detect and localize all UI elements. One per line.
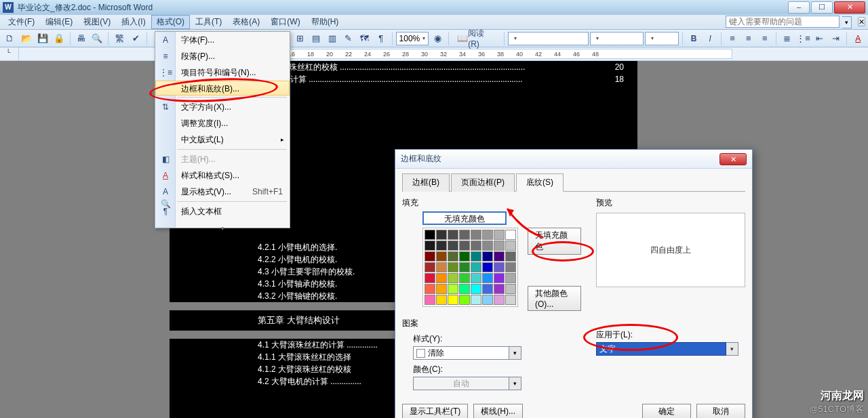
help-icon[interactable]: ◉ — [430, 31, 445, 46]
docmap-icon[interactable]: 🗺 — [357, 31, 372, 46]
color-swatch[interactable] — [448, 295, 458, 305]
window-maximize-button[interactable]: ☐ — [811, 1, 833, 14]
menu-item-text-direction[interactable]: ⇅文字方向(X)... — [155, 99, 290, 115]
window-minimize-button[interactable]: – — [788, 1, 810, 14]
tab-page-border[interactable]: 页面边框(P) — [451, 173, 515, 192]
outdent-icon[interactable]: ⇤ — [812, 31, 827, 46]
color-swatch[interactable] — [425, 262, 435, 272]
color-swatch[interactable] — [425, 284, 435, 294]
help-search-dropdown[interactable]: ▾ — [842, 16, 852, 28]
menu-item-bullets[interactable]: ⋮≡项目符号和编号(N)... — [155, 64, 290, 81]
doc-close-button[interactable]: ✕ — [858, 17, 865, 26]
color-swatch[interactable] — [505, 241, 516, 251]
color-swatch[interactable] — [471, 295, 481, 305]
more-colors-button[interactable]: 其他颜色(O)... — [528, 286, 581, 311]
menu-format[interactable]: 格式(O) — [151, 15, 190, 29]
help-search-input[interactable] — [726, 16, 840, 28]
menu-help[interactable]: 帮助(H) — [306, 15, 344, 29]
color-swatch[interactable] — [471, 262, 481, 272]
font-color-icon[interactable]: A — [850, 31, 865, 46]
color-swatch[interactable] — [448, 251, 458, 262]
color-swatch[interactable] — [482, 273, 493, 283]
show-marks-icon[interactable]: ¶ — [374, 31, 389, 46]
numbered-list-icon[interactable]: ≣ — [780, 31, 795, 46]
menu-file[interactable]: 文件(F) — [3, 15, 40, 29]
color-swatch[interactable] — [425, 273, 435, 283]
ok-button[interactable]: 确定 — [642, 404, 691, 418]
menu-item-paragraph[interactable]: ≡段落(P)... — [155, 48, 290, 64]
color-swatch[interactable] — [494, 262, 505, 272]
bullet-list-icon[interactable]: ⋮≡ — [796, 31, 811, 46]
color-swatch[interactable] — [425, 230, 435, 240]
color-swatch[interactable] — [494, 273, 505, 283]
color-swatch[interactable] — [471, 273, 481, 283]
font-combo[interactable]: ▾ — [590, 32, 644, 45]
menu-item-theme[interactable]: ◧主题(H)... — [155, 151, 290, 167]
align-left-icon[interactable]: ≡ — [725, 31, 740, 46]
menu-item-cjk-layout[interactable]: 中文版式(L)▸ — [155, 131, 290, 148]
dialog-close-button[interactable]: ✕ — [719, 153, 747, 165]
insert-sheet-icon[interactable]: ▤ — [309, 31, 323, 46]
color-swatch[interactable] — [505, 251, 516, 262]
color-swatch[interactable] — [482, 230, 493, 240]
color-swatch[interactable] — [459, 284, 470, 294]
color-swatch[interactable] — [425, 251, 435, 262]
color-swatch[interactable] — [494, 295, 505, 305]
color-swatch[interactable] — [459, 273, 470, 283]
pattern-style-combo[interactable]: 清除▾ — [413, 346, 521, 360]
color-swatch[interactable] — [471, 241, 481, 251]
color-swatch[interactable] — [448, 230, 458, 240]
color-swatch[interactable] — [482, 295, 493, 305]
color-swatch[interactable] — [436, 251, 447, 262]
color-palette[interactable] — [422, 228, 518, 307]
color-swatch[interactable] — [448, 273, 458, 283]
menu-item-styles[interactable]: A样式和格式(S)... — [155, 167, 290, 184]
color-swatch[interactable] — [482, 262, 493, 272]
cancel-button[interactable]: 取消 — [696, 404, 745, 418]
color-swatch[interactable] — [459, 230, 470, 240]
color-swatch[interactable] — [494, 230, 505, 240]
no-fill-selected[interactable]: 无填充颜色 — [422, 211, 507, 225]
color-swatch[interactable] — [471, 251, 481, 262]
color-swatch[interactable] — [459, 295, 470, 305]
color-swatch[interactable] — [494, 241, 505, 251]
color-swatch[interactable] — [436, 284, 447, 294]
italic-icon[interactable]: I — [703, 31, 717, 46]
menu-table[interactable]: 表格(A) — [227, 15, 265, 29]
color-swatch[interactable] — [436, 273, 447, 283]
menu-expand-chevron[interactable]: ▾ — [155, 220, 290, 228]
color-swatch[interactable] — [459, 262, 470, 272]
color-swatch[interactable] — [436, 241, 447, 251]
menu-view[interactable]: 视图(V) — [78, 15, 116, 29]
color-swatch[interactable] — [494, 251, 505, 262]
menu-tools[interactable]: 工具(T) — [190, 15, 227, 29]
menu-item-borders-shading[interactable]: 边框和底纹(B)... — [155, 81, 290, 96]
menu-window[interactable]: 窗口(W) — [265, 15, 305, 29]
menu-edit[interactable]: 编辑(E) — [40, 15, 78, 29]
menu-insert[interactable]: 插入(I) — [116, 15, 151, 29]
align-center-icon[interactable]: ≡ — [741, 31, 756, 46]
menu-item-font[interactable]: A字体(F)... — [155, 32, 290, 48]
color-swatch[interactable] — [494, 284, 505, 294]
window-close-button[interactable]: ✕ — [834, 1, 865, 14]
color-swatch[interactable] — [436, 262, 447, 272]
new-doc-icon[interactable]: 🗋 — [3, 31, 18, 46]
menu-item-fit-width[interactable]: 调整宽度(I)... — [155, 115, 290, 131]
color-swatch[interactable] — [448, 262, 458, 272]
horizontal-line-button[interactable]: 横线(H)... — [473, 404, 523, 418]
color-swatch[interactable] — [436, 230, 447, 240]
fontsize-combo[interactable]: ▾ — [645, 32, 679, 45]
columns-icon[interactable]: ▥ — [325, 31, 340, 46]
color-swatch[interactable] — [471, 230, 481, 240]
indent-icon[interactable]: ⇥ — [828, 31, 843, 46]
color-swatch[interactable] — [436, 295, 447, 305]
print-icon[interactable]: 🖶 — [74, 31, 89, 46]
color-swatch[interactable] — [471, 284, 481, 294]
color-swatch[interactable] — [505, 273, 516, 283]
color-swatch[interactable] — [505, 284, 516, 294]
drawing-icon[interactable]: ✎ — [341, 31, 356, 46]
style-combo[interactable]: ▾ — [508, 32, 589, 45]
spelling-icon[interactable]: ✔ — [128, 31, 143, 46]
open-icon[interactable]: 📂 — [19, 31, 34, 46]
color-swatch[interactable] — [482, 284, 493, 294]
